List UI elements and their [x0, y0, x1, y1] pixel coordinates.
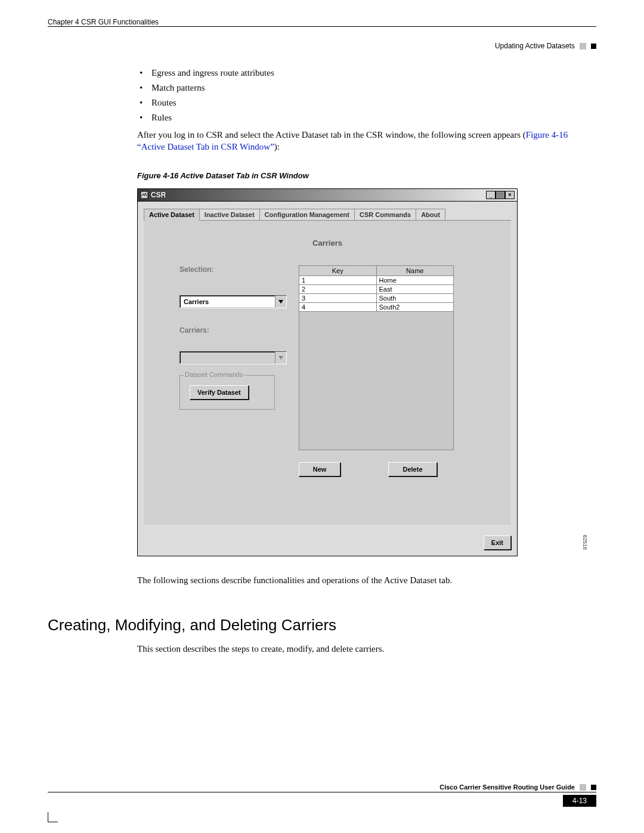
chevron-down-icon — [275, 352, 286, 364]
csr-window-title: CSR — [151, 191, 166, 199]
cell-key: 1 — [299, 276, 377, 284]
selection-label: Selection: — [179, 265, 281, 274]
csr-tab-bar: Active Dataset Inactive Dataset Configur… — [144, 208, 511, 221]
para-text: ): — [274, 142, 280, 151]
selection-value: Carriers — [184, 298, 209, 305]
page-number-badge: 4-13 — [563, 795, 596, 807]
tab-active-dataset[interactable]: Active Dataset — [144, 209, 200, 221]
close-button[interactable]: × — [505, 191, 515, 199]
dataset-commands-group: Dataset Commands Verify Dataset — [179, 375, 275, 410]
col-header-name[interactable]: Name — [377, 266, 454, 275]
header-marker-black — [591, 44, 596, 49]
selection-dropdown[interactable]: Carriers — [179, 295, 287, 308]
carriers-label: Carriers: — [179, 326, 281, 335]
bullet-list: Egress and ingress route attributes Matc… — [137, 68, 572, 123]
carriers-dropdown — [179, 351, 287, 364]
footer-doc-title: Cisco Carrier Sensitive Routing User Gui… — [439, 784, 575, 791]
figure-number-tag: 62518 — [582, 535, 588, 550]
crop-mark — [48, 812, 58, 822]
dataset-commands-legend: Dataset Commands — [184, 371, 244, 378]
csr-app-icon — [140, 191, 148, 199]
header-rule — [48, 26, 596, 27]
delete-button[interactable]: Delete — [388, 462, 437, 476]
section-heading: Creating, Modifying, and Deleting Carrie… — [48, 616, 572, 634]
tab-about[interactable]: About — [416, 209, 445, 221]
list-item: Rules — [137, 113, 572, 123]
table-row[interactable]: 2 East — [299, 285, 453, 294]
table-row[interactable]: 3 South — [299, 294, 453, 303]
chapter-label: Chapter 4 CSR GUI Functionalities — [48, 18, 596, 26]
new-button[interactable]: New — [299, 462, 340, 476]
csr-titlebar: CSR _ □ × — [137, 188, 518, 202]
carriers-table: Key Name 1 Home — [299, 265, 454, 450]
panel-heading: Carriers — [156, 239, 499, 247]
cell-name: South — [377, 294, 454, 302]
section-label: Updating Active Datasets — [495, 42, 575, 50]
minimize-button[interactable]: _ — [486, 191, 496, 199]
cell-key: 2 — [299, 285, 377, 293]
para-text: After you log in to CSR and select the A… — [137, 130, 526, 140]
header-marker-gray — [580, 43, 586, 49]
footer-marker-black — [591, 785, 596, 790]
table-body: 1 Home 2 East 3 — [299, 276, 453, 450]
tab-csr-commands[interactable]: CSR Commands — [354, 209, 416, 221]
figure-caption: Figure 4-16 Active Dataset Tab in CSR Wi… — [137, 171, 572, 180]
verify-dataset-button[interactable]: Verify Dataset — [190, 385, 249, 400]
cell-name: East — [377, 285, 454, 293]
intro-paragraph: After you log in to CSR and select the A… — [137, 129, 572, 153]
list-item: Routes — [137, 98, 572, 108]
list-item: Egress and ingress route attributes — [137, 68, 572, 78]
footer-marker-gray — [580, 784, 586, 791]
tab-config-mgmt[interactable]: Configuration Management — [259, 209, 355, 221]
svg-marker-2 — [278, 356, 283, 360]
closing-paragraph: The following sections describe function… — [137, 574, 572, 586]
tab-inactive-dataset[interactable]: Inactive Dataset — [199, 209, 260, 221]
table-row[interactable]: 4 South2 — [299, 303, 453, 312]
section-intro-paragraph: This section describes the steps to crea… — [137, 643, 572, 655]
cell-key: 4 — [299, 303, 377, 311]
table-row[interactable]: 1 Home — [299, 276, 453, 285]
list-item: Match patterns — [137, 83, 572, 93]
footer-rule — [48, 792, 596, 792]
maximize-button: □ — [496, 191, 505, 199]
col-header-key[interactable]: Key — [299, 266, 377, 275]
cell-name: Home — [377, 276, 454, 284]
cell-key: 3 — [299, 294, 377, 302]
chevron-down-icon — [275, 296, 286, 308]
cell-name: South2 — [377, 303, 454, 311]
svg-marker-1 — [278, 300, 283, 304]
csr-window: CSR _ □ × Active Dataset Inactive Datase… — [137, 188, 518, 556]
exit-button[interactable]: Exit — [484, 535, 511, 550]
